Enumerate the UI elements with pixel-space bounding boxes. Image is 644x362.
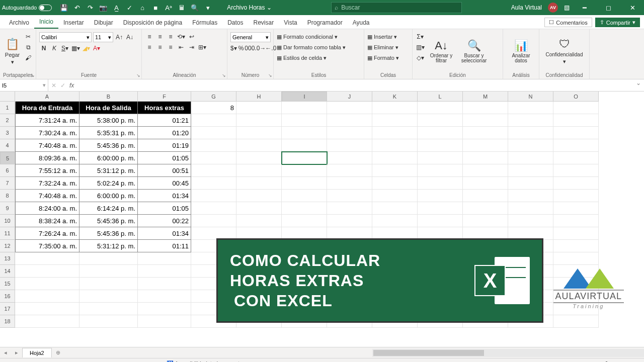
sensitivity-button[interactable]: 🛡 Confidencialidad▾: [542, 31, 586, 71]
calculator-icon[interactable]: 🖩: [178, 4, 186, 12]
wrap-text-icon[interactable]: ↩: [187, 32, 196, 41]
avatar[interactable]: AV: [548, 3, 558, 13]
cell[interactable]: [79, 303, 138, 315]
cell[interactable]: [79, 252, 138, 265]
cell[interactable]: [463, 102, 508, 114]
cell[interactable]: Hora de Entrada: [15, 102, 79, 114]
cell[interactable]: 01:21: [138, 114, 191, 127]
cell[interactable]: [236, 139, 282, 152]
cell[interactable]: [372, 139, 418, 152]
decrease-font-icon[interactable]: A↓: [125, 33, 134, 42]
delete-cells-button[interactable]: ▦ Eliminar ▾: [367, 43, 399, 52]
cell[interactable]: [282, 202, 327, 215]
cell[interactable]: [463, 127, 508, 139]
row-header[interactable]: 6: [0, 164, 15, 177]
cell[interactable]: [508, 152, 553, 164]
autosum-icon[interactable]: Σ▾: [416, 32, 425, 41]
cell[interactable]: 5:45:36 p. m.: [79, 227, 138, 240]
font-size-icon[interactable]: Aᵃ: [165, 4, 173, 12]
format-as-table-button[interactable]: ▦ Dar formato como tabla ▾: [277, 43, 346, 52]
tab-inicio[interactable]: Inicio: [34, 16, 58, 29]
align-center-icon[interactable]: ≡: [155, 43, 165, 52]
row-header[interactable]: 14: [0, 265, 15, 278]
cell[interactable]: [508, 164, 553, 177]
column-header[interactable]: K: [372, 92, 418, 102]
row-header[interactable]: 16: [0, 290, 15, 303]
cell[interactable]: [138, 290, 191, 303]
cell[interactable]: 5:38:00 p. m.: [79, 114, 138, 127]
cell[interactable]: [282, 114, 327, 127]
tab-datos[interactable]: Datos: [222, 17, 248, 29]
align-bottom-icon[interactable]: ≡: [166, 32, 175, 41]
cell[interactable]: [463, 139, 508, 152]
column-header[interactable]: J: [327, 92, 372, 102]
zoom-icon[interactable]: 🔍: [191, 4, 199, 12]
cell[interactable]: [508, 177, 553, 190]
cell[interactable]: [418, 164, 463, 177]
cell[interactable]: [138, 315, 191, 328]
cell[interactable]: [282, 215, 327, 227]
cell[interactable]: [553, 227, 599, 240]
cell[interactable]: 5:35:31 p. m.: [79, 127, 138, 139]
cell[interactable]: [282, 127, 327, 139]
cell[interactable]: [327, 114, 372, 127]
cell[interactable]: 5:31:12 p. m.: [79, 164, 138, 177]
cell[interactable]: 7:26:24 a. m.: [15, 227, 79, 240]
row-header[interactable]: 15: [0, 278, 15, 290]
undo-icon[interactable]: ↶: [73, 4, 81, 12]
row-header[interactable]: 3: [0, 127, 15, 139]
column-header[interactable]: O: [553, 92, 599, 102]
cell[interactable]: [463, 190, 508, 202]
home-icon[interactable]: ⌂: [138, 4, 146, 12]
cell[interactable]: [508, 114, 553, 127]
minimize-button[interactable]: ━: [576, 0, 594, 15]
fill-icon[interactable]: ■: [151, 4, 159, 12]
cell[interactable]: [553, 190, 599, 202]
cell[interactable]: [418, 139, 463, 152]
cell[interactable]: 01:11: [138, 240, 191, 252]
cell[interactable]: [553, 202, 599, 215]
cell[interactable]: 00:51: [138, 164, 191, 177]
align-left-icon[interactable]: ≡: [145, 43, 154, 52]
expand-formula-bar-icon[interactable]: ⌄: [633, 79, 644, 91]
cell[interactable]: [463, 164, 508, 177]
cell[interactable]: [372, 190, 418, 202]
tab-insertar[interactable]: Insertar: [58, 17, 89, 29]
cell[interactable]: 7:31:24 a. m.: [15, 114, 79, 127]
cell[interactable]: 01:20: [138, 127, 191, 139]
cell[interactable]: [508, 102, 553, 114]
search-box[interactable]: ⌕ Buscar: [331, 2, 462, 13]
column-header[interactable]: B: [79, 92, 138, 102]
cell[interactable]: [372, 177, 418, 190]
cell[interactable]: 8: [191, 102, 236, 114]
dialog-launcher-icon[interactable]: ↘: [136, 73, 140, 78]
row-header[interactable]: 9: [0, 202, 15, 215]
cell[interactable]: [418, 102, 463, 114]
cell[interactable]: 01:34: [138, 190, 191, 202]
dialog-launcher-icon[interactable]: ↘: [31, 73, 35, 78]
cell[interactable]: [15, 315, 79, 328]
row-headers[interactable]: 123456789101112131415161718: [0, 102, 15, 328]
dialog-launcher-icon[interactable]: ↘: [222, 73, 226, 78]
cell[interactable]: [508, 190, 553, 202]
cell[interactable]: 8:24:00 a. m.: [15, 202, 79, 215]
maximize-button[interactable]: ◻: [600, 0, 618, 15]
cell[interactable]: [236, 127, 282, 139]
underline-button[interactable]: S▾: [60, 44, 69, 53]
tab-programador[interactable]: Programador: [302, 17, 348, 29]
cell[interactable]: [418, 202, 463, 215]
cell[interactable]: [138, 252, 191, 265]
cell[interactable]: [418, 114, 463, 127]
format-cells-button[interactable]: ▦ Formato ▾: [367, 53, 399, 62]
cell[interactable]: [372, 152, 418, 164]
italic-button[interactable]: K: [50, 44, 59, 53]
cell[interactable]: 7:30:24 a. m.: [15, 127, 79, 139]
cell[interactable]: 5:31:12 p. m.: [79, 240, 138, 252]
copy-icon[interactable]: ⧉: [24, 43, 33, 52]
cell[interactable]: [553, 252, 599, 265]
cell[interactable]: 5:45:36 p. m.: [79, 215, 138, 227]
cell[interactable]: [236, 102, 282, 114]
comma-icon[interactable]: 000: [245, 44, 254, 53]
row-header[interactable]: 8: [0, 190, 15, 202]
redo-icon[interactable]: ↷: [86, 4, 94, 12]
